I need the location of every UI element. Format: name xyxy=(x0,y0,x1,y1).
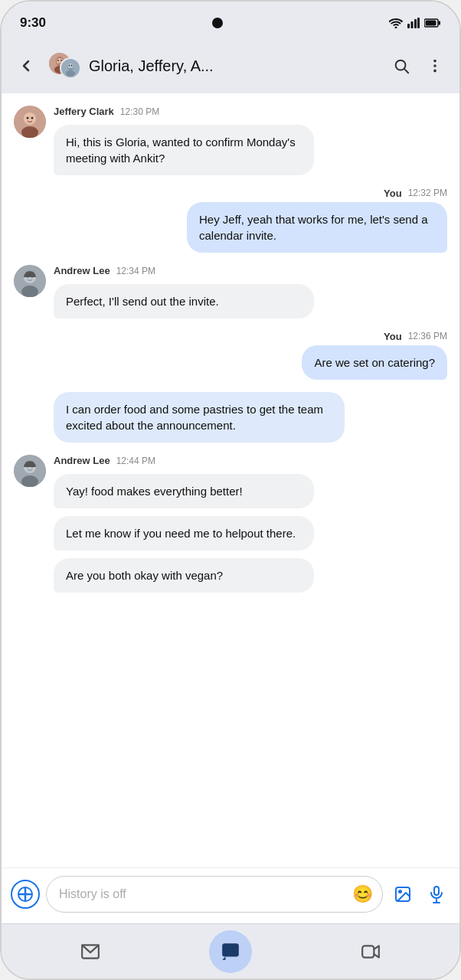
message-group-you-2: You 12:36 PM Are we set on catering? xyxy=(14,331,447,380)
message-area: Jeffery Clark 12:30 PM Hi, this is Glori… xyxy=(2,93,459,867)
svg-marker-49 xyxy=(222,956,225,959)
message-input-placeholder[interactable]: History is off xyxy=(59,887,346,901)
meta-row-jeffery-1: Jeffery Clark 12:30 PM xyxy=(54,106,447,117)
sender-name-you-2: You xyxy=(384,331,402,342)
avatar-jeffery xyxy=(14,106,46,138)
svg-rect-1 xyxy=(411,21,414,28)
camera-notch xyxy=(212,18,223,28)
msg-time-jeffery-1: 12:30 PM xyxy=(120,106,159,117)
avatar-jeffery-small xyxy=(60,57,81,79)
input-area: History is off 😊 xyxy=(2,867,459,923)
svg-point-11 xyxy=(57,60,59,61)
sender-name-you-1: You xyxy=(384,188,402,199)
meta-row-andrew-2: Andrew Lee 12:44 PM xyxy=(54,455,447,466)
more-options-button[interactable] xyxy=(420,51,450,81)
bottom-nav xyxy=(2,923,459,978)
svg-rect-0 xyxy=(407,24,410,28)
outgoing-meta-2: You 12:36 PM xyxy=(384,331,447,342)
emoji-button[interactable]: 😊 xyxy=(352,884,373,904)
sender-name-jeffery: Jeffery Clark xyxy=(54,106,114,117)
svg-rect-48 xyxy=(222,943,239,956)
microphone-button[interactable] xyxy=(423,880,450,908)
message-group-catering: I can order food and some pastries to ge… xyxy=(14,392,447,443)
message-group-jeffery-1: Jeffery Clark 12:30 PM Hi, this is Glori… xyxy=(14,106,447,175)
bubble-andrew-2a: Yay! food makes everything better! xyxy=(54,474,314,508)
svg-point-21 xyxy=(433,60,436,63)
outgoing-meta-1: You 12:32 PM xyxy=(384,188,447,199)
bubble-you-2: Are we set on catering? xyxy=(302,345,447,380)
msg-time-andrew-1: 12:34 PM xyxy=(116,266,155,276)
bubble-andrew-2c: Are you both okay with vegan? xyxy=(54,558,314,593)
svg-point-27 xyxy=(27,117,29,119)
bubble-catering: I can order food and some pastries to ge… xyxy=(54,392,345,443)
svg-point-18 xyxy=(66,70,75,77)
message-group-andrew-1: Andrew Lee 12:34 PM Perfect, I'll send o… xyxy=(14,265,447,318)
add-button[interactable] xyxy=(11,880,40,909)
svg-point-43 xyxy=(399,890,401,893)
nav-mail[interactable] xyxy=(69,930,112,973)
svg-line-20 xyxy=(404,69,408,73)
bubble-column-jeffery-1: Jeffery Clark 12:30 PM Hi, this is Glori… xyxy=(54,106,447,175)
search-button[interactable] xyxy=(386,51,417,81)
msg-time-you-2: 12:36 PM xyxy=(408,331,447,342)
svg-point-23 xyxy=(433,70,436,73)
svg-rect-3 xyxy=(417,18,420,28)
sender-name-andrew-1: Andrew Lee xyxy=(54,265,110,276)
wifi-icon xyxy=(389,18,403,28)
meta-row-andrew-1: Andrew Lee 12:34 PM xyxy=(54,265,447,276)
svg-rect-6 xyxy=(426,21,436,26)
bubble-jeffery-1: Hi, this is Gloria, wanted to confirm Mo… xyxy=(54,125,314,175)
svg-rect-50 xyxy=(362,946,374,957)
bubble-column-andrew-2: Andrew Lee 12:44 PM Yay! food makes ever… xyxy=(54,455,447,593)
nav-chat[interactable] xyxy=(209,930,252,973)
svg-point-25 xyxy=(24,113,36,125)
nav-video[interactable] xyxy=(349,930,392,973)
status-icons xyxy=(389,18,441,28)
battery-icon xyxy=(424,18,441,28)
bubble-andrew-1: Perfect, I'll send out the invite. xyxy=(54,284,314,318)
bubble-column-andrew-1: Andrew Lee 12:34 PM Perfect, I'll send o… xyxy=(54,265,447,318)
svg-rect-44 xyxy=(434,887,439,895)
message-input-wrap[interactable]: History is off 😊 xyxy=(46,876,383,913)
back-button[interactable] xyxy=(11,51,41,81)
avatar-andrew-1 xyxy=(14,265,46,297)
msg-time-you-1: 12:32 PM xyxy=(408,188,447,199)
svg-rect-2 xyxy=(414,19,417,28)
message-group-andrew-2: Andrew Lee 12:44 PM Yay! food makes ever… xyxy=(14,455,447,593)
signal-icon xyxy=(407,18,420,28)
group-avatar xyxy=(47,51,83,80)
svg-rect-5 xyxy=(439,21,441,25)
app-bar: Gloria, Jeffery, A... xyxy=(2,41,459,93)
header-actions xyxy=(386,51,450,81)
bubble-you-1: Hey Jeff, yeah that works for me, let's … xyxy=(187,202,447,253)
image-button[interactable] xyxy=(389,880,417,908)
sender-name-andrew-2: Andrew Lee xyxy=(54,455,110,466)
conversation-title: Gloria, Jeffery, A... xyxy=(89,57,380,75)
svg-point-17 xyxy=(71,65,73,67)
avatar-andrew-2 xyxy=(14,455,46,487)
svg-point-28 xyxy=(31,117,34,119)
bubble-andrew-2b: Let me know if you need me to helpout th… xyxy=(54,516,314,550)
svg-point-22 xyxy=(433,64,436,67)
status-bar: 9:30 xyxy=(2,2,459,41)
status-time: 9:30 xyxy=(20,15,46,31)
message-group-you-1: You 12:32 PM Hey Jeff, yeah that works f… xyxy=(14,188,447,253)
svg-point-16 xyxy=(69,65,70,67)
svg-point-15 xyxy=(68,64,74,69)
msg-time-andrew-2: 12:44 PM xyxy=(116,456,155,466)
